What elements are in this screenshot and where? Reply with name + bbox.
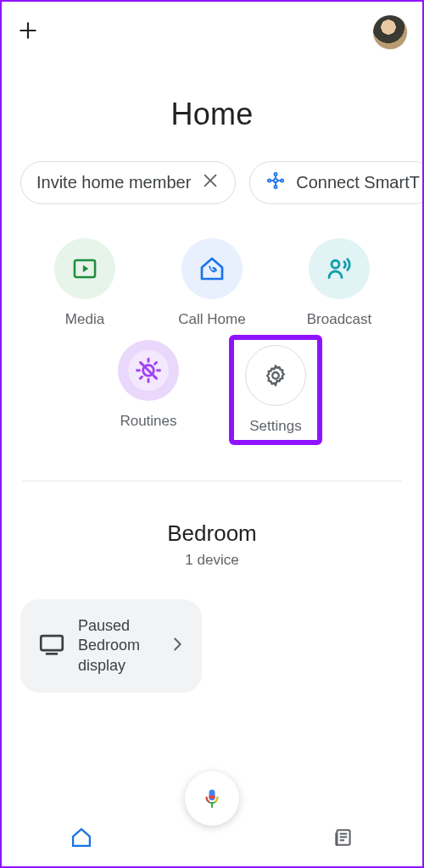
- action-broadcast[interactable]: Broadcast: [293, 238, 386, 328]
- app-frame: Home Invite home member Connect SmartT: [0, 0, 424, 868]
- page-title: Home: [2, 97, 422, 132]
- tv-icon: [37, 630, 66, 662]
- svg-line-23: [155, 362, 157, 364]
- settings-icon: [245, 345, 306, 406]
- svg-point-8: [281, 179, 283, 181]
- suggestion-chips: Invite home member Connect SmartT: [2, 161, 422, 204]
- chip-invite-home-member[interactable]: Invite home member: [20, 161, 236, 204]
- action-settings[interactable]: Settings: [229, 335, 322, 445]
- device-text: Paused Bedroom display: [78, 616, 156, 676]
- action-label: Media: [65, 311, 104, 328]
- smartthings-icon: [265, 170, 286, 195]
- room-section: Bedroom 1 device: [2, 520, 422, 569]
- broadcast-icon: [309, 238, 370, 299]
- room-device-count: 1 device: [2, 552, 422, 569]
- chip-connect-smartthings[interactable]: Connect SmartT: [249, 161, 424, 204]
- device-status: Paused: [78, 616, 156, 636]
- chip-label: Connect SmartT: [296, 173, 420, 192]
- chevron-right-icon: [168, 635, 187, 657]
- top-bar: [2, 2, 422, 63]
- close-icon[interactable]: [201, 171, 220, 194]
- chip-label: Invite home member: [36, 173, 191, 192]
- svg-point-15: [332, 260, 339, 268]
- action-label: Call Home: [178, 311, 245, 328]
- quick-actions: Media Call Home Broadcast: [2, 238, 422, 445]
- mic-icon: [200, 787, 224, 810]
- svg-point-7: [268, 179, 271, 181]
- action-label: Routines: [120, 413, 176, 430]
- svg-line-24: [140, 362, 142, 364]
- device-name: Bedroom display: [78, 636, 156, 676]
- action-label: Broadcast: [307, 311, 372, 328]
- svg-marker-14: [83, 265, 88, 273]
- action-label: Settings: [249, 418, 301, 435]
- action-call-home[interactable]: Call Home: [165, 238, 259, 328]
- svg-point-6: [275, 186, 277, 188]
- section-divider: [22, 481, 402, 481]
- nav-feed-icon[interactable]: [332, 826, 354, 852]
- svg-line-22: [140, 377, 142, 379]
- action-media[interactable]: Media: [38, 238, 131, 328]
- call-home-icon: [181, 238, 243, 299]
- svg-point-26: [272, 372, 279, 379]
- bottom-nav: [2, 812, 422, 866]
- media-icon: [54, 238, 115, 299]
- svg-line-25: [155, 377, 157, 379]
- add-icon[interactable]: [17, 19, 39, 45]
- svg-point-5: [275, 173, 277, 175]
- routines-icon: [118, 340, 179, 401]
- device-card-bedroom-display[interactable]: Paused Bedroom display: [20, 599, 202, 693]
- room-name: Bedroom: [2, 520, 422, 547]
- profile-avatar[interactable]: [373, 15, 407, 49]
- action-routines[interactable]: Routines: [102, 340, 195, 445]
- nav-home-icon[interactable]: [70, 826, 93, 853]
- svg-point-4: [274, 179, 277, 182]
- svg-rect-27: [41, 636, 63, 650]
